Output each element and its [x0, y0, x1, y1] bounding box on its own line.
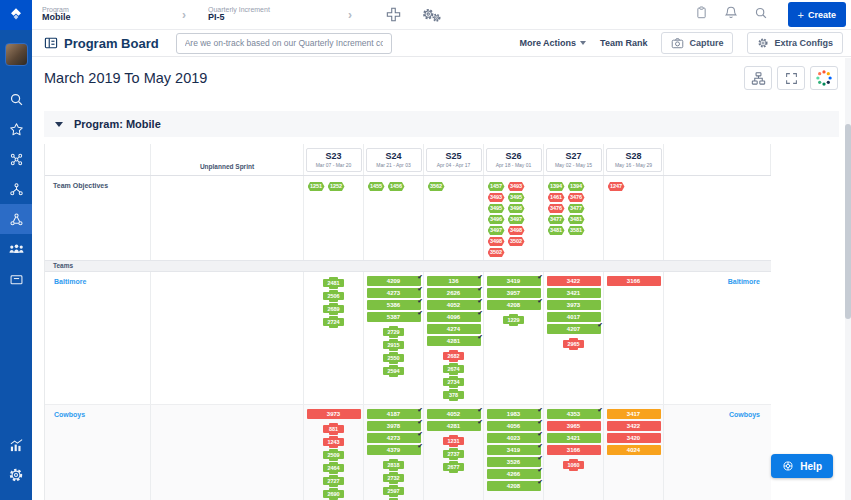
objective-chip[interactable]: 3498 — [508, 226, 525, 235]
objective-chip[interactable]: 1455 — [368, 182, 385, 191]
help-button[interactable]: Help — [771, 454, 833, 478]
work-item-chip[interactable]: 4274 — [427, 324, 481, 334]
objective-chip[interactable]: 1461 — [548, 193, 565, 202]
work-item-chip[interactable]: 4266✔ — [487, 469, 541, 479]
work-item-chip[interactable]: 3420 — [607, 433, 661, 443]
objective-chip[interactable]: 3496 — [488, 215, 505, 224]
objective-chip[interactable]: 3498 — [488, 237, 505, 246]
work-item-chip[interactable]: 3526✔ — [487, 457, 541, 467]
dependency-chip[interactable]: 2682 — [443, 352, 464, 360]
capture-button[interactable]: Capture — [661, 32, 733, 54]
dependency-chip[interactable]: 1231 — [443, 437, 464, 445]
objective-chip[interactable]: 3493 — [508, 182, 525, 191]
work-item-chip[interactable]: 3166 — [547, 445, 601, 455]
objective-chip[interactable]: 3497 — [508, 215, 525, 224]
user-avatar[interactable] — [5, 43, 28, 66]
objective-chip[interactable]: 1252 — [328, 182, 345, 191]
objective-chip[interactable]: 3481 — [548, 226, 565, 235]
dependency-chip[interactable]: 1060 — [563, 461, 584, 469]
work-item-chip[interactable]: 4281✔ — [427, 421, 481, 431]
objective-chip[interactable]: 3481 — [568, 215, 585, 224]
work-item-chip[interactable]: 5387✔ — [367, 312, 421, 322]
dependency-chip[interactable]: 881 — [323, 425, 344, 433]
objective-chip[interactable]: 3496 — [508, 204, 525, 213]
dependency-chip[interactable]: 2689 — [323, 305, 344, 313]
notifications-button[interactable] — [724, 5, 738, 24]
objective-chip[interactable]: 3562 — [428, 182, 445, 191]
extra-configs-button[interactable]: Extra Configs — [747, 32, 843, 54]
dependency-chip[interactable]: 2734 — [443, 378, 464, 386]
work-item-chip[interactable]: 4052✔ — [427, 409, 481, 419]
global-search-button[interactable] — [754, 6, 768, 24]
objective-chip[interactable]: 3493 — [488, 193, 505, 202]
work-item-chip[interactable]: 4052✔ — [427, 300, 481, 310]
objective-chip[interactable]: 1251 — [308, 182, 325, 191]
board-settings-button[interactable] — [419, 6, 443, 24]
work-item-chip[interactable]: 4096✔ — [427, 312, 481, 322]
work-item-chip[interactable]: 3973 — [547, 300, 601, 310]
work-item-chip[interactable]: 3422 — [547, 276, 601, 286]
work-item-chip[interactable]: 4208✔ — [487, 481, 541, 491]
sidebar-item-teams[interactable] — [0, 234, 32, 264]
work-item-chip[interactable]: 4353✔ — [547, 409, 601, 419]
team-link[interactable]: Cowboys — [664, 405, 771, 500]
work-item-chip[interactable]: 3973 — [307, 409, 361, 419]
objective-chip[interactable]: 1394 — [548, 182, 565, 191]
sidebar-item-reports[interactable] — [0, 430, 32, 460]
dependency-chip[interactable]: 378 — [443, 391, 464, 399]
dependency-chip[interactable]: 2915 — [383, 341, 404, 349]
team-link[interactable]: Baltimore — [664, 272, 771, 404]
sidebar-item-program-board[interactable] — [0, 204, 32, 234]
sidebar-item-favorites[interactable] — [0, 114, 32, 144]
dependency-chip[interactable]: 1229 — [503, 316, 524, 324]
work-item-chip[interactable]: 3965 — [547, 421, 601, 431]
objective-chip[interactable]: 3495 — [508, 193, 525, 202]
sidebar-item-hierarchy[interactable] — [0, 174, 32, 204]
work-item-chip[interactable]: 3957 — [487, 288, 541, 298]
objective-chip[interactable]: 3497 — [488, 226, 505, 235]
fullscreen-button[interactable] — [777, 66, 805, 90]
breadcrumb-quarterly-increment[interactable]: Quarterly Increment PI-5 — [208, 6, 326, 24]
work-item-chip[interactable]: 4209✔ — [367, 276, 421, 286]
objective-chip[interactable]: 1247 — [608, 182, 625, 191]
sidebar-item-backlog[interactable] — [0, 264, 32, 294]
jira-logo[interactable] — [0, 0, 32, 30]
breadcrumb-program[interactable]: Program Mobile — [42, 6, 160, 24]
work-item-chip[interactable]: 3166 — [607, 276, 661, 286]
dependency-chip[interactable]: 2594 — [383, 367, 404, 375]
work-item-chip[interactable]: 4017 — [547, 312, 601, 322]
work-item-chip[interactable]: 4023✔ — [487, 433, 541, 443]
objective-chip[interactable]: 3477 — [548, 215, 565, 224]
dependency-chip[interactable]: 2737 — [443, 450, 464, 458]
dependency-chip[interactable]: 2677 — [443, 463, 464, 471]
work-item-chip[interactable]: 4281✔ — [427, 336, 481, 346]
dependency-chip[interactable]: 2506 — [323, 292, 344, 300]
dependency-chip[interactable]: 2464 — [323, 464, 344, 472]
objective-chip[interactable]: 3476 — [548, 204, 565, 213]
dependency-chip[interactable]: 2818 — [383, 461, 404, 469]
work-item-chip[interactable]: 4024 — [607, 445, 661, 455]
objective-chip[interactable]: 1456 — [388, 182, 405, 191]
dependency-chip[interactable]: 2729 — [383, 328, 404, 336]
create-button[interactable]: + Create — [788, 2, 846, 27]
sidebar-item-network[interactable] — [0, 144, 32, 174]
board-question-input[interactable] — [176, 33, 392, 54]
team-link[interactable]: Baltimore — [45, 272, 151, 404]
work-item-chip[interactable]: 136✔ — [427, 276, 481, 286]
objective-chip[interactable]: 3495 — [488, 204, 505, 213]
dependency-chip[interactable]: 2509 — [323, 451, 344, 459]
dependency-chip[interactable]: 1243 — [323, 438, 344, 446]
program-section-header[interactable]: Program: Mobile — [44, 111, 839, 137]
dependency-chip[interactable]: 2690 — [323, 490, 344, 498]
work-item-chip[interactable]: 1983✔ — [487, 409, 541, 419]
sidebar-item-search[interactable] — [0, 84, 32, 114]
work-item-chip[interactable]: 3422 — [607, 421, 661, 431]
work-item-chip[interactable]: 3419✔ — [487, 276, 541, 286]
work-item-chip[interactable]: 4273✔ — [367, 433, 421, 443]
dependency-chip[interactable]: 2597 — [383, 487, 404, 495]
work-item-chip[interactable]: 3978✔ — [367, 421, 421, 431]
dependency-chip[interactable]: 2481 — [323, 279, 344, 287]
releases-button[interactable] — [695, 5, 708, 24]
objective-chip[interactable]: 1394 — [568, 182, 585, 191]
sidebar-item-settings[interactable] — [0, 460, 32, 490]
